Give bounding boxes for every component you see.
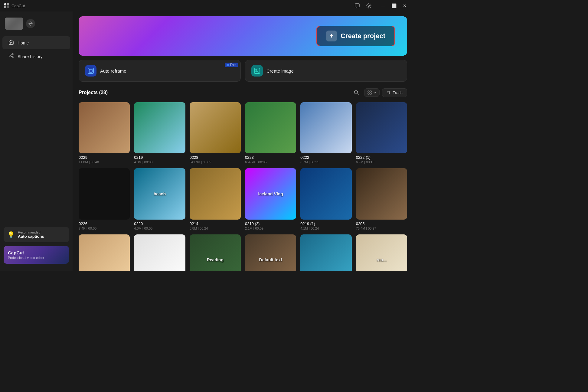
- svg-point-8: [12, 57, 13, 58]
- sidebar-share-label: Share history: [18, 54, 42, 59]
- hero-banner: + Create project: [79, 16, 407, 56]
- svg-rect-0: [4, 3, 6, 5]
- auto-reframe-icon: [85, 65, 96, 77]
- profile-settings-button[interactable]: [26, 19, 35, 28]
- project-card-p4[interactable]: 0223 654.7K | 00:05: [245, 102, 296, 164]
- project-name: 0219: [134, 155, 185, 160]
- app-name-label: CapCut: [11, 4, 25, 8]
- project-card-p13[interactable]: 0213 3.2M | 00:12: [79, 234, 130, 271]
- project-card-p2[interactable]: 0219 4.3M | 00:08: [134, 102, 185, 164]
- thumb-overlay: Default text: [245, 234, 296, 271]
- project-thumbnail: Reading: [190, 234, 241, 271]
- project-card-p15[interactable]: Reading 0210 5.5M | 00:15: [190, 234, 241, 271]
- project-name: 0205: [356, 221, 407, 226]
- sidebar-item-home[interactable]: Home: [2, 36, 70, 49]
- promo-subtitle: Professional video editor: [8, 256, 65, 260]
- project-meta: 11.8M | 00:48: [79, 160, 130, 164]
- project-meta: 7.4K | 00:00: [79, 227, 130, 230]
- project-thumbnail: [300, 102, 351, 153]
- project-thumbnail: Iceland Vlog: [245, 168, 296, 219]
- projects-grid: 0229 11.8M | 00:48 0219 4.3M | 00:08 022…: [79, 102, 407, 271]
- minimize-button[interactable]: —: [378, 2, 388, 9]
- create-image-button[interactable]: Create image: [245, 60, 407, 82]
- project-thumbnail: [300, 168, 351, 219]
- project-thumbnail: [79, 234, 130, 271]
- thumb-overlay: beach: [134, 168, 185, 219]
- content-area: + Create project Auto reframe Free: [73, 11, 413, 271]
- auto-reframe-button[interactable]: Auto reframe Free: [79, 60, 241, 82]
- project-card-p16[interactable]: Default text 0209 2.3M | 00:08: [245, 234, 296, 271]
- project-card-p14[interactable]: 0211 1.1M | 00:06: [134, 234, 185, 271]
- sidebar: Home Share history 💡 Recommended Auto ca…: [0, 11, 73, 271]
- project-name: 0226: [79, 221, 130, 226]
- thumb-overlay: Iceland Vlog: [245, 168, 296, 219]
- project-card-p18[interactable]: rea... 0207 12.4M | 00:33: [356, 234, 407, 271]
- project-card-p9[interactable]: 0214 8.8M | 00:24: [190, 168, 241, 230]
- rec-content: Recommended Auto captions: [18, 230, 44, 239]
- feedback-icon[interactable]: [353, 1, 362, 10]
- project-card-p3[interactable]: 0228 341.9K | 00:05: [190, 102, 241, 164]
- project-card-p11[interactable]: 0219 (1) 4.1M | 00:24: [300, 168, 351, 230]
- project-meta: 4.1M | 00:24: [300, 227, 351, 230]
- project-name: 0214: [190, 221, 241, 226]
- sidebar-nav: Home Share history: [0, 34, 73, 223]
- project-card-p8[interactable]: beach 0220 4.3M | 00:05: [134, 168, 185, 230]
- project-name: 0223: [245, 155, 296, 160]
- project-thumbnail: [245, 102, 296, 153]
- project-card-p6[interactable]: 0222 (1) 6.9M | 00:13: [356, 102, 407, 164]
- project-name: 0222: [300, 155, 351, 160]
- titlebar-icon-buttons: [353, 1, 373, 10]
- project-card-p7[interactable]: 0226 7.4K | 00:00: [79, 168, 130, 230]
- svg-point-7: [9, 55, 10, 56]
- trash-button[interactable]: Trash: [382, 88, 407, 97]
- maximize-button[interactable]: ⬜: [389, 2, 399, 9]
- create-image-icon: [251, 65, 263, 77]
- project-thumbnail: [134, 102, 185, 153]
- search-button[interactable]: [351, 87, 362, 98]
- projects-actions: Trash: [351, 87, 407, 98]
- sidebar-home-label: Home: [18, 41, 29, 45]
- settings-icon[interactable]: [364, 1, 373, 10]
- avatar: [5, 18, 23, 30]
- thumb-overlay: Reading: [190, 234, 241, 271]
- trash-label: Trash: [393, 90, 403, 95]
- home-icon: [8, 39, 14, 46]
- promo-title: CapCut: [8, 250, 65, 255]
- sidebar-profile: [0, 15, 73, 34]
- create-project-button[interactable]: + Create project: [316, 26, 395, 46]
- project-card-p12[interactable]: 0205 75.4M | 00:27: [356, 168, 407, 230]
- project-card-p1[interactable]: 0229 11.8M | 00:48: [79, 102, 130, 164]
- plus-icon: +: [330, 32, 334, 40]
- projects-header: Projects (28) Trash: [79, 87, 407, 98]
- svg-rect-15: [370, 91, 371, 92]
- project-thumbnail: [190, 102, 241, 153]
- capcut-promo-card[interactable]: CapCut Professional video editor: [4, 246, 69, 264]
- project-thumbnail: [356, 168, 407, 219]
- project-thumbnail: [300, 234, 351, 271]
- project-meta: 8.8M | 00:24: [190, 227, 241, 230]
- svg-rect-16: [368, 93, 369, 94]
- svg-rect-1: [7, 3, 9, 5]
- project-card-p10[interactable]: Iceland Vlog 0219 (2) 2.1M | 00:09: [245, 168, 296, 230]
- project-name: 0219 (2): [245, 221, 296, 226]
- project-card-p5[interactable]: 0222 8.7M | 00:11: [300, 102, 351, 164]
- project-meta: 75.4M | 00:27: [356, 227, 407, 230]
- rec-tag: Recommended: [18, 230, 44, 234]
- project-meta: 8.7M | 00:11: [300, 160, 351, 164]
- project-card-p17[interactable]: 0208 9.1M | 00:20: [300, 234, 351, 271]
- sidebar-item-share-history[interactable]: Share history: [2, 50, 70, 63]
- svg-rect-2: [4, 6, 6, 8]
- close-button[interactable]: ✕: [400, 2, 410, 9]
- project-thumbnail: [79, 102, 130, 153]
- project-meta: 6.9M | 00:13: [356, 160, 407, 164]
- app-logo: CapCut: [4, 3, 25, 9]
- svg-point-13: [354, 91, 358, 94]
- project-name: 0219 (1): [300, 221, 351, 226]
- view-toggle-button[interactable]: [364, 88, 380, 97]
- project-meta: 4.3M | 00:05: [134, 227, 185, 230]
- svg-point-5: [368, 5, 370, 7]
- svg-rect-9: [88, 68, 93, 74]
- project-thumbnail: [356, 102, 407, 153]
- free-badge-dot: [227, 64, 229, 66]
- recommendation-card[interactable]: 💡 Recommended Auto captions: [4, 227, 69, 242]
